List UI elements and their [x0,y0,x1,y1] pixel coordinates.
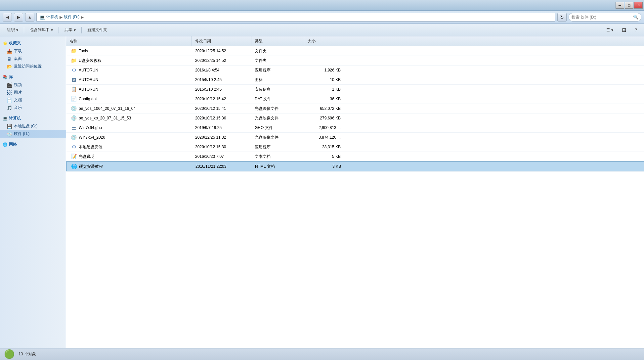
file-type-icon: 📁 [71,58,77,64]
image-label: 图片 [14,90,22,95]
file-type-cell: GHO 文件 [251,123,304,132]
sidebar-item-downloads[interactable]: 📥 下载 [0,47,66,55]
status-app-icon: 🟢 [3,348,15,360]
file-type-cell: 应用程序 [251,143,304,152]
file-name: pe_yqs_1064_20_07_31_16_04 [79,106,136,111]
file-size-cell: 28,315 KB [304,143,344,151]
video-label: 视频 [14,82,22,88]
table-row[interactable]: 🖼 AUTORUN 2015/5/10 2:45 图标 10 KB [66,75,644,85]
up-button[interactable]: ▲ [25,13,34,22]
share-dropdown-icon: ▾ [74,28,76,32]
organize-label: 组织 [7,27,15,33]
table-row[interactable]: 📝 光盘说明 2016/10/23 7:07 文本文档 5 KB [66,152,644,161]
table-row[interactable]: 🗃 Win7x64.gho 2019/9/7 19:25 GHO 文件 2,90… [66,123,644,133]
file-name: U盘安装教程 [79,58,102,64]
title-bar: ─ □ ✕ [0,0,644,11]
file-date-cell: 2015/5/10 2:45 [192,76,251,84]
sidebar-group-computer[interactable]: 💻 计算机 [0,114,66,122]
sidebar-item-video[interactable]: 🎬 视频 [0,81,66,89]
col-header-name[interactable]: 名称 [66,36,192,46]
sidebar-item-disk-c[interactable]: 💾 本地磁盘 (C:) [0,122,66,130]
file-name-cell: 📄 Config.dat [66,94,192,104]
table-row[interactable]: 📁 Tools 2020/12/25 14:52 文件夹 [66,46,644,56]
forward-button[interactable]: ▶ [14,13,23,22]
search-box: 🔍 [569,13,641,22]
table-row[interactable]: 🌐 硬盘安装教程 2016/11/21 22:03 HTML 文档 3 KB [66,161,644,171]
disk-c-label: 本地磁盘 (C:) [14,123,37,129]
file-date-cell: 2020/12/25 14:52 [192,57,251,65]
back-button[interactable]: ◀ [3,13,12,22]
table-row[interactable]: 💿 Win7x64_2020 2020/12/25 11:32 光盘映像文件 3… [66,133,644,142]
table-row[interactable]: 💿 pe_yqs_xp_20_07_31_15_53 2020/10/12 15… [66,113,644,123]
document-icon: 📄 [7,98,12,103]
network-icon: 🌐 [3,142,8,147]
refresh-button[interactable]: ↻ [557,13,567,22]
sidebar-section-network: 🌐 网络 [0,140,66,149]
sidebar-item-disk-d[interactable]: 💿 软件 (D:) [0,130,66,138]
search-input[interactable] [572,15,633,20]
table-row[interactable]: 📁 U盘安装教程 2020/12/25 14:52 文件夹 [66,56,644,66]
table-row[interactable]: ⚙ 本地硬盘安装 2020/10/12 15:30 应用程序 28,315 KB [66,142,644,152]
sidebar-item-music[interactable]: 🎵 音乐 [0,104,66,112]
file-type-cell: 文件夹 [251,47,304,56]
computer-icon: 💻 [3,116,8,121]
file-name: Tools [79,49,88,53]
recent-icon: 📂 [7,64,12,69]
file-size-cell: 2,900,813 ... [304,124,344,132]
file-type-icon: 📁 [71,48,77,54]
col-header-date[interactable]: 修改日期 [192,36,251,46]
minimize-button[interactable]: ─ [616,2,624,9]
file-name-cell: ⚙ 本地硬盘安装 [66,142,192,152]
file-date-cell: 2020/10/12 15:36 [192,114,251,122]
search-icon[interactable]: 🔍 [633,15,638,20]
file-name: Win7x64.gho [79,125,102,130]
file-name-cell: 📝 光盘说明 [66,152,192,161]
status-bar: 🟢 13 个对象 [0,348,644,360]
col-header-size[interactable]: 大小 [304,36,344,46]
col-header-type[interactable]: 类型 [251,36,304,46]
sidebar-item-recent[interactable]: 📂 最近访问的位置 [0,63,66,70]
table-row[interactable]: 📄 Config.dat 2020/10/12 15:42 DAT 文件 36 … [66,94,644,104]
include-button[interactable]: 包含到库中 ▾ [26,25,57,35]
file-size-cell: 10 KB [304,76,344,84]
file-size-cell: 36 KB [304,95,344,103]
file-name-cell: 🖼 AUTORUN [66,75,192,84]
file-size-cell: 1 KB [304,85,344,93]
table-row[interactable]: 💿 pe_yqs_1064_20_07_31_16_04 2020/10/12 … [66,104,644,113]
file-name-cell: 💿 pe_yqs_xp_20_07_31_15_53 [66,113,192,123]
sidebar: ⭐ 收藏夹 📥 下载 🖥 桌面 📂 最近访问的位置 📚 库 [0,36,66,348]
file-name: 本地硬盘安装 [79,144,103,150]
file-type-icon: 📄 [71,96,77,102]
file-size-cell: 1,926 KB [304,66,344,74]
sidebar-item-document[interactable]: 📄 文档 [0,96,66,104]
table-row[interactable]: ⚙ AUTORUN 2016/1/8 4:54 应用程序 1,926 KB [66,66,644,75]
sidebar-item-image[interactable]: 🖼 图片 [0,89,66,96]
view-size-button[interactable]: ⊞ [618,25,630,35]
file-name-cell: 💿 Win7x64_2020 [66,133,192,142]
file-name: pe_yqs_xp_20_07_31_15_53 [79,116,131,120]
sidebar-group-network[interactable]: 🌐 网络 [0,140,66,149]
file-size-cell: 3,874,126 ... [304,133,344,141]
file-list-header: 名称 修改日期 类型 大小 [66,36,644,46]
file-name: AUTORUN [79,77,98,82]
file-type-cell: 安装信息 [251,85,304,94]
file-size-cell [304,49,344,53]
view-button[interactable]: ☰ ▾ [603,25,617,35]
toolbar: 组织 ▾ 包含到库中 ▾ 共享 ▾ 新建文件夹 ☰ ▾ ⊞ ? [0,24,644,36]
file-type-cell: 应用程序 [251,66,304,75]
maximize-button[interactable]: □ [625,2,633,9]
new-folder-button[interactable]: 新建文件夹 [84,25,111,35]
breadcrumb-drive[interactable]: 软件 (D:) [64,14,79,20]
sidebar-group-library[interactable]: 📚 库 [0,73,66,81]
share-button[interactable]: 共享 ▾ [61,25,79,35]
close-button[interactable]: ✕ [634,2,643,9]
file-name-cell: 📋 AUTORUN [66,85,192,94]
table-row[interactable]: 📋 AUTORUN 2015/5/10 2:45 安装信息 1 KB [66,85,644,94]
breadcrumb-computer[interactable]: 计算机 [46,14,58,20]
organize-button[interactable]: 组织 ▾ [3,25,22,35]
help-button[interactable]: ? [631,25,641,35]
sidebar-item-desktop[interactable]: 🖥 桌面 [0,55,66,63]
library-icon: 📚 [3,75,8,79]
sidebar-group-favorites[interactable]: ⭐ 收藏夹 [0,39,66,47]
file-name: AUTORUN [79,68,98,72]
